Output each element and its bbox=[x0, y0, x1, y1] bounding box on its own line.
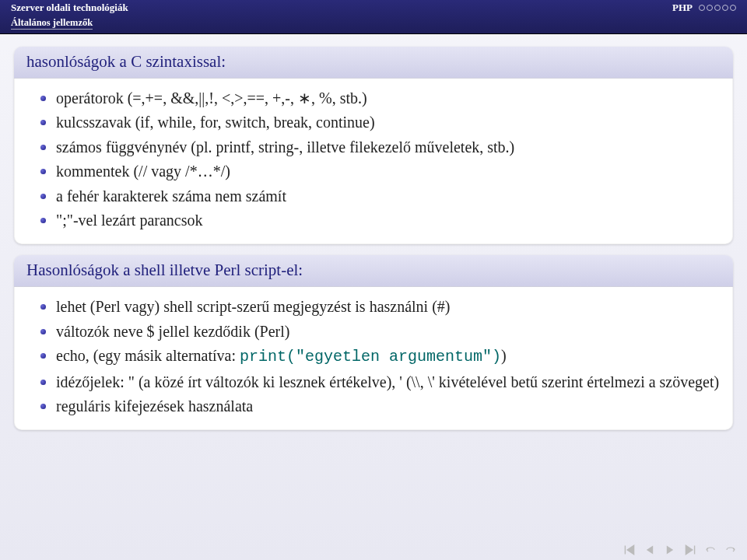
block-shell-perl: Hasonlóságok a shell illetve Perl script… bbox=[14, 255, 733, 430]
dot-icon bbox=[707, 5, 713, 11]
list-item: a fehér karakterek száma nem számít bbox=[37, 185, 724, 207]
block-title: hasonlóságok a C szintaxissal: bbox=[14, 47, 733, 79]
dot-icon bbox=[699, 5, 705, 11]
code-text: print("egyetlen argumentum") bbox=[240, 348, 501, 366]
dot-icon bbox=[730, 5, 736, 11]
header-subsection: Általános jellemzők bbox=[11, 16, 736, 29]
nav-first-icon[interactable] bbox=[624, 544, 635, 555]
nav-forward-icon[interactable] bbox=[725, 544, 736, 555]
list-item: számos függvénynév (pl. printf, string-,… bbox=[37, 136, 724, 158]
slide-header: Szerver oldali technológiák PHP Általáno… bbox=[0, 0, 747, 34]
nav-back-icon[interactable] bbox=[705, 544, 716, 555]
list-item: idézőjelek: " (a közé írt változók ki le… bbox=[37, 371, 724, 393]
block-body: lehet (Perl vagy) shell script-szerű meg… bbox=[14, 287, 733, 430]
header-right-label: PHP bbox=[672, 2, 693, 14]
header-section-left: Szerver oldali technológiák bbox=[11, 2, 128, 14]
block-title: Hasonlóságok a shell illetve Perl script… bbox=[14, 255, 733, 287]
list-item: változók neve $ jellel kezdődik (Perl) bbox=[37, 320, 724, 342]
progress-dots bbox=[699, 5, 736, 11]
nav-last-icon[interactable] bbox=[685, 544, 696, 555]
list-item: kommentek (// vagy /*…*/) bbox=[37, 160, 724, 182]
list-item: echo, (egy másik alternatíva: print("egy… bbox=[37, 345, 724, 368]
header-sub-label: Általános jellemzők bbox=[11, 17, 93, 30]
dot-icon bbox=[722, 5, 728, 11]
list-item: ";"-vel lezárt parancsok bbox=[37, 209, 724, 231]
header-section-right: PHP bbox=[672, 2, 736, 14]
nav-next-icon[interactable] bbox=[665, 544, 675, 555]
nav-prev-icon[interactable] bbox=[644, 544, 655, 555]
list-item: operátorok (=,+=, &&,||,!, <,>,==, +,-, … bbox=[37, 87, 724, 109]
header-row-1: Szerver oldali technológiák PHP bbox=[11, 2, 736, 16]
nav-footer bbox=[624, 544, 736, 555]
block-body: operátorok (=,+=, &&,||,!, <,>,==, +,-, … bbox=[14, 79, 733, 244]
dot-icon bbox=[714, 5, 721, 11]
list-item: kulcsszavak (if, while, for, switch, bre… bbox=[37, 111, 724, 133]
text: ) bbox=[501, 347, 507, 364]
text: echo, (egy másik alternatíva: bbox=[56, 347, 240, 364]
list-item: reguláris kifejezések használata bbox=[37, 395, 724, 417]
block-c-syntax: hasonlóságok a C szintaxissal: operátoro… bbox=[14, 47, 733, 244]
list-item: lehet (Perl vagy) shell script-szerű meg… bbox=[37, 296, 724, 317]
slide-content: hasonlóságok a C szintaxissal: operátoro… bbox=[0, 34, 747, 432]
